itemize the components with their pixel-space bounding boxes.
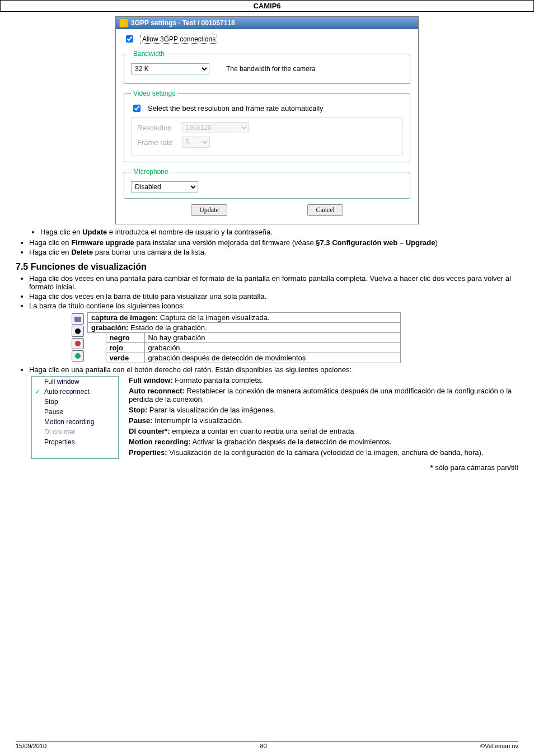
bullet-update: Haga clic en Update e introduzca el nomb…	[40, 228, 518, 236]
microphone-select[interactable]: Disabled	[131, 181, 198, 192]
dialog-title-text: 3GPP settings - Test / 001057118	[131, 19, 235, 27]
menu-pause[interactable]: Pause	[32, 407, 118, 417]
bullet-firmware: Haga clic en Firmware upgrade para insta…	[29, 238, 518, 247]
asterisk-note: * sólo para cámaras pan/tilt	[16, 463, 518, 472]
update-button[interactable]: Update	[191, 204, 227, 216]
page-header: CAMIP6	[0, 0, 534, 12]
cancel-button[interactable]: Cancel	[307, 204, 343, 216]
auto-resolution-checkbox[interactable]	[133, 105, 140, 112]
menu-properties[interactable]: Properties	[32, 437, 118, 447]
icon-legend-table: captura de imagen: Captura de la imagen …	[87, 312, 401, 363]
resolution-label: Resolution	[137, 124, 176, 132]
bandwidth-note: The bandwidth for the camera	[226, 65, 315, 73]
dialog-3gpp: 3GPP settings - Test / 001057118 Allow 3…	[115, 16, 419, 224]
microphone-legend: Microphone	[131, 168, 171, 176]
microphone-fieldset: Microphone Disabled	[124, 168, 410, 199]
menu-auto-reconnect[interactable]: Auto reconnect	[32, 387, 118, 397]
bandwidth-select[interactable]: 32 K	[131, 63, 209, 74]
allow-3gpp-checkbox[interactable]	[126, 35, 133, 43]
frame-rate-select: 5	[182, 137, 210, 148]
bullet-viz-2: Haga clic dos veces en la barra de títul…	[29, 292, 518, 300]
video-fieldset: Video settings Select the best resolutio…	[124, 90, 410, 162]
capture-icon	[72, 313, 84, 325]
record-green-icon	[72, 350, 84, 361]
bullet-right-click: Haga clic en una pantalla con el botón d…	[29, 365, 518, 374]
menu-definitions: Full window: Formato pantalla completa. …	[129, 376, 518, 459]
menu-full-window[interactable]: Full window	[32, 377, 118, 387]
bullet-viz-3: La barra de título contiene los siguient…	[29, 302, 518, 310]
context-menu: Full window Auto reconnect Stop Pause Mo…	[31, 376, 119, 459]
record-black-icon	[72, 326, 84, 337]
menu-stop[interactable]: Stop	[32, 397, 118, 407]
page-footer: 15/09/2010 80 ©Velleman nv	[0, 741, 534, 749]
bullet-delete: Haga clic en Delete para borrar una cáma…	[29, 248, 518, 256]
footer-copyright: ©Velleman nv	[480, 743, 518, 749]
bandwidth-legend: Bandwidth	[131, 50, 167, 58]
footer-date: 15/09/2010	[16, 743, 46, 749]
video-legend: Video settings	[131, 90, 177, 97]
frame-rate-label: Frame rate	[137, 138, 176, 147]
menu-motion-recording[interactable]: Motion recording	[32, 417, 118, 427]
section-title: 7.5 Funciones de visualización	[16, 262, 518, 272]
dialog-title-bar: 3GPP settings - Test / 001057118	[116, 17, 418, 29]
record-red-icon	[72, 338, 84, 349]
resolution-select: 160x120	[182, 122, 249, 133]
footer-page: 80	[260, 743, 266, 749]
menu-di-counter[interactable]: DI counter	[32, 427, 118, 437]
bullet-viz-1: Haga clic dos veces en una pantalla para…	[29, 274, 518, 291]
allow-3gpp-label: Allow 3GPP connections	[140, 35, 217, 44]
app-icon	[119, 18, 128, 27]
auto-resolution-label: Select the best resolution and frame rat…	[148, 104, 324, 112]
bandwidth-fieldset: Bandwidth 32 K The bandwidth for the cam…	[124, 50, 410, 84]
